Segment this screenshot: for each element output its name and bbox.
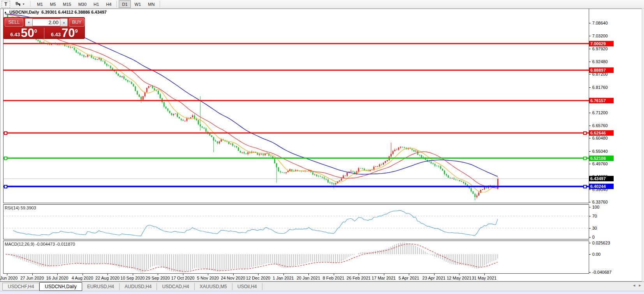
price-level-badge: 6.76157 [589, 98, 614, 103]
date-label: 5 Nov 2020 [197, 276, 219, 280]
chart-tab-usoil[interactable]: USOil,H4 [232, 283, 262, 290]
date-label: 9 Jun 2020 [0, 276, 18, 280]
status-bar [0, 291, 644, 294]
date-tick [409, 274, 409, 275]
date-label: 8 Feb 2021 [323, 276, 345, 280]
text-tool-button[interactable]: T [2, 1, 10, 8]
sell-price-prefix: 6.43 [10, 32, 20, 37]
date-label: 16 Jul 2020 [46, 276, 69, 280]
timeframe-button-d1[interactable]: D1 [119, 0, 130, 8]
price-chart-canvas[interactable] [0, 9, 644, 203]
buy-price-big: 70 [62, 28, 75, 39]
chart-title: ▲ USDCNH,Daily 6.39301 6.44112 6.38886 6… [4, 10, 107, 14]
date-tick [384, 274, 384, 275]
ohlc-values: 6.39301 6.44112 6.38886 6.43497 [41, 10, 107, 14]
date-tick [32, 274, 33, 275]
timeframe-button-h1[interactable]: H1 [90, 0, 102, 8]
buy-price-display[interactable]: 6.43 70 9 [44, 27, 85, 39]
buy-button[interactable]: BUY [69, 18, 84, 27]
top-toolbar: T ▼ M1M5M15M30H1H4D1W1MN [0, 0, 644, 9]
date-tick [133, 274, 133, 275]
date-label: 1 Jan 2021 [273, 276, 294, 280]
rsi-label: RSI(14) 59.3903 [5, 205, 36, 210]
chart-tab-usdcad[interactable]: USDCAD,H4 [157, 283, 194, 290]
volume-input[interactable] [33, 19, 60, 26]
sell-price-pipette: 0 [34, 28, 37, 34]
chart-tab-bar: USDCHF,H4USDCNH,DailyEURUSD,H4AUDUSD,H4U… [0, 282, 644, 291]
volume-decrease-button[interactable]: ▼ [25, 18, 33, 27]
timeframe-button-mn[interactable]: MN [145, 0, 158, 8]
buy-price-pipette: 9 [75, 28, 78, 34]
date-tick [283, 274, 284, 275]
date-tick [7, 274, 7, 275]
timeframe-button-h4[interactable]: H4 [103, 0, 114, 8]
date-tick [459, 274, 459, 275]
text-tool-icon: T [4, 2, 7, 7]
date-tick [434, 274, 435, 275]
date-tick [334, 274, 334, 275]
date-tick [208, 274, 208, 275]
chevron-down-icon: ▼ [22, 3, 25, 5]
date-label: 23 Apr 2021 [422, 276, 445, 280]
date-tick [233, 274, 234, 275]
price-level-badge: 7.00029 [589, 41, 614, 46]
price-level-badge: 6.52108 [589, 156, 614, 161]
rsi-indicator-canvas[interactable] [0, 205, 644, 239]
date-tick [158, 274, 158, 275]
date-label: 12 May 2021 [447, 276, 472, 280]
date-tick [484, 274, 485, 275]
tab-scroll-left-button[interactable]: ◄ [632, 283, 636, 287]
arrows-icon [15, 2, 21, 7]
date-tick [107, 274, 108, 275]
triangle-down-icon: ▼ [27, 21, 30, 24]
triangle-up-icon: ▲ [63, 21, 65, 24]
macd-indicator-canvas[interactable] [0, 241, 644, 273]
date-tick [258, 274, 259, 275]
timeframe-button-m30[interactable]: M30 [75, 0, 90, 8]
symbol-period-label: USDCNH,Daily [9, 10, 39, 14]
date-label: 27 Jun 2020 [20, 276, 44, 280]
date-label: 10 Sep 2020 [120, 276, 144, 280]
timeframe-toolbar: M1M5M15M30H1H4D1W1MN [33, 0, 158, 8]
one-click-trade-panel: SELL ▼ ▲ BUY 6.43 50 0 6.43 70 9 [3, 17, 85, 39]
date-axis[interactable]: 9 Jun 202027 Jun 202016 Jul 20204 Aug 20… [0, 273, 644, 282]
tab-scroll-buttons: ◄ ► [632, 283, 642, 287]
toolbar-grip[interactable] [30, 1, 31, 7]
date-tick [183, 274, 183, 275]
mt4-window: { "toolbar": { "tool_t": "T", "timeframe… [0, 0, 644, 294]
date-tick [57, 274, 58, 275]
chart-tab-eurusd[interactable]: EURUSD,H4 [82, 283, 120, 290]
chart-tab-audusd[interactable]: AUDUSD,H4 [120, 283, 157, 290]
date-label: 24 Nov 2020 [221, 276, 245, 280]
macd-name: MACD(12,26,9) [5, 242, 34, 246]
sell-price-display[interactable]: 6.43 50 0 [4, 27, 44, 39]
date-tick [359, 274, 359, 275]
price-level-badge: 6.88897 [589, 67, 614, 73]
toolbar-separator [116, 1, 117, 7]
buy-price-prefix: 6.43 [51, 32, 61, 37]
date-label: 31 May 2021 [472, 276, 497, 280]
arrows-tool-button[interactable]: ▼ [13, 1, 26, 7]
date-label: 29 Sep 2020 [146, 276, 170, 280]
collapse-arrow-icon[interactable]: ▲ [4, 11, 7, 14]
timeframe-button-m15[interactable]: M15 [60, 0, 74, 8]
rsi-name: RSI(14) [5, 205, 19, 210]
timeframe-button-w1[interactable]: W1 [132, 0, 144, 8]
rsi-value: 59.3903 [21, 205, 36, 210]
sell-button[interactable]: SELL [5, 18, 23, 27]
timeframe-button-m5[interactable]: M5 [47, 0, 59, 8]
timeframe-button-m1[interactable]: M1 [34, 0, 46, 8]
chart-tab-usdcnh[interactable]: USDCNH,Daily [39, 282, 82, 291]
toolbar-separator [160, 1, 160, 7]
volume-increase-button[interactable]: ▲ [60, 18, 68, 27]
price-level-badge: 6.40244 [589, 184, 614, 189]
chart-tab-xauusd[interactable]: XAUUSD,M5 [195, 283, 232, 290]
date-label: 5 Apr 2021 [398, 276, 419, 280]
tab-scroll-right-button[interactable]: ► [638, 283, 642, 287]
chart-tab-usdchf[interactable]: USDCHF,H4 [2, 283, 39, 290]
sell-price-big: 50 [21, 28, 34, 39]
date-label: 4 Aug 2020 [72, 276, 93, 280]
price-level-badge: 6.43497 [589, 176, 614, 181]
macd-signal-value: -0.011870 [56, 242, 75, 246]
date-tick [83, 274, 83, 275]
